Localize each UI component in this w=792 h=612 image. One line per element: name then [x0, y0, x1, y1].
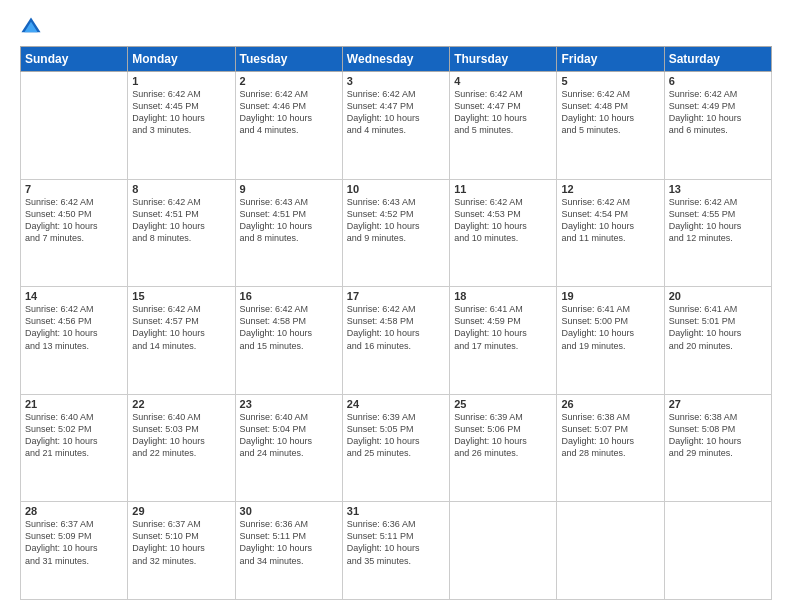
calendar-cell: [664, 502, 771, 600]
calendar-header-friday: Friday: [557, 47, 664, 72]
day-info: Sunrise: 6:42 AMSunset: 4:47 PMDaylight:…: [454, 88, 552, 137]
day-info: Sunrise: 6:42 AMSunset: 4:45 PMDaylight:…: [132, 88, 230, 137]
day-number: 23: [240, 398, 338, 410]
day-number: 2: [240, 75, 338, 87]
day-info: Sunrise: 6:37 AMSunset: 5:10 PMDaylight:…: [132, 518, 230, 567]
calendar-cell: [21, 72, 128, 180]
day-info: Sunrise: 6:42 AMSunset: 4:50 PMDaylight:…: [25, 196, 123, 245]
day-number: 9: [240, 183, 338, 195]
calendar-cell: 13Sunrise: 6:42 AMSunset: 4:55 PMDayligh…: [664, 179, 771, 287]
calendar-week-0: 1Sunrise: 6:42 AMSunset: 4:45 PMDaylight…: [21, 72, 772, 180]
calendar-cell: 1Sunrise: 6:42 AMSunset: 4:45 PMDaylight…: [128, 72, 235, 180]
day-number: 24: [347, 398, 445, 410]
calendar-cell: 7Sunrise: 6:42 AMSunset: 4:50 PMDaylight…: [21, 179, 128, 287]
day-number: 12: [561, 183, 659, 195]
calendar-cell: 21Sunrise: 6:40 AMSunset: 5:02 PMDayligh…: [21, 394, 128, 502]
day-number: 1: [132, 75, 230, 87]
day-number: 31: [347, 505, 445, 517]
day-number: 30: [240, 505, 338, 517]
day-number: 14: [25, 290, 123, 302]
day-info: Sunrise: 6:41 AMSunset: 5:00 PMDaylight:…: [561, 303, 659, 352]
day-number: 4: [454, 75, 552, 87]
day-number: 29: [132, 505, 230, 517]
calendar-week-1: 7Sunrise: 6:42 AMSunset: 4:50 PMDaylight…: [21, 179, 772, 287]
day-info: Sunrise: 6:37 AMSunset: 5:09 PMDaylight:…: [25, 518, 123, 567]
calendar-cell: 14Sunrise: 6:42 AMSunset: 4:56 PMDayligh…: [21, 287, 128, 395]
calendar-cell: 22Sunrise: 6:40 AMSunset: 5:03 PMDayligh…: [128, 394, 235, 502]
day-number: 15: [132, 290, 230, 302]
calendar-header-thursday: Thursday: [450, 47, 557, 72]
day-info: Sunrise: 6:40 AMSunset: 5:02 PMDaylight:…: [25, 411, 123, 460]
day-number: 8: [132, 183, 230, 195]
day-info: Sunrise: 6:42 AMSunset: 4:47 PMDaylight:…: [347, 88, 445, 137]
day-info: Sunrise: 6:39 AMSunset: 5:06 PMDaylight:…: [454, 411, 552, 460]
day-info: Sunrise: 6:40 AMSunset: 5:03 PMDaylight:…: [132, 411, 230, 460]
day-info: Sunrise: 6:36 AMSunset: 5:11 PMDaylight:…: [240, 518, 338, 567]
day-info: Sunrise: 6:42 AMSunset: 4:55 PMDaylight:…: [669, 196, 767, 245]
day-number: 7: [25, 183, 123, 195]
calendar-cell: 30Sunrise: 6:36 AMSunset: 5:11 PMDayligh…: [235, 502, 342, 600]
day-info: Sunrise: 6:43 AMSunset: 4:52 PMDaylight:…: [347, 196, 445, 245]
calendar-cell: 8Sunrise: 6:42 AMSunset: 4:51 PMDaylight…: [128, 179, 235, 287]
day-info: Sunrise: 6:42 AMSunset: 4:58 PMDaylight:…: [240, 303, 338, 352]
calendar-header-wednesday: Wednesday: [342, 47, 449, 72]
day-number: 27: [669, 398, 767, 410]
day-number: 16: [240, 290, 338, 302]
day-info: Sunrise: 6:42 AMSunset: 4:56 PMDaylight:…: [25, 303, 123, 352]
day-info: Sunrise: 6:42 AMSunset: 4:48 PMDaylight:…: [561, 88, 659, 137]
day-number: 13: [669, 183, 767, 195]
logo-icon: [20, 16, 42, 38]
day-number: 25: [454, 398, 552, 410]
day-number: 5: [561, 75, 659, 87]
calendar-cell: 6Sunrise: 6:42 AMSunset: 4:49 PMDaylight…: [664, 72, 771, 180]
day-info: Sunrise: 6:43 AMSunset: 4:51 PMDaylight:…: [240, 196, 338, 245]
day-number: 26: [561, 398, 659, 410]
calendar-cell: 25Sunrise: 6:39 AMSunset: 5:06 PMDayligh…: [450, 394, 557, 502]
calendar-cell: 12Sunrise: 6:42 AMSunset: 4:54 PMDayligh…: [557, 179, 664, 287]
day-number: 10: [347, 183, 445, 195]
day-info: Sunrise: 6:39 AMSunset: 5:05 PMDaylight:…: [347, 411, 445, 460]
calendar-header-saturday: Saturday: [664, 47, 771, 72]
calendar-cell: 4Sunrise: 6:42 AMSunset: 4:47 PMDaylight…: [450, 72, 557, 180]
day-number: 19: [561, 290, 659, 302]
day-info: Sunrise: 6:42 AMSunset: 4:53 PMDaylight:…: [454, 196, 552, 245]
calendar-cell: 19Sunrise: 6:41 AMSunset: 5:00 PMDayligh…: [557, 287, 664, 395]
calendar-cell: 16Sunrise: 6:42 AMSunset: 4:58 PMDayligh…: [235, 287, 342, 395]
calendar-header-monday: Monday: [128, 47, 235, 72]
calendar-week-2: 14Sunrise: 6:42 AMSunset: 4:56 PMDayligh…: [21, 287, 772, 395]
calendar-cell: 31Sunrise: 6:36 AMSunset: 5:11 PMDayligh…: [342, 502, 449, 600]
day-number: 3: [347, 75, 445, 87]
calendar-cell: 5Sunrise: 6:42 AMSunset: 4:48 PMDaylight…: [557, 72, 664, 180]
day-info: Sunrise: 6:42 AMSunset: 4:58 PMDaylight:…: [347, 303, 445, 352]
calendar-cell: [450, 502, 557, 600]
calendar-cell: 10Sunrise: 6:43 AMSunset: 4:52 PMDayligh…: [342, 179, 449, 287]
day-number: 17: [347, 290, 445, 302]
day-number: 20: [669, 290, 767, 302]
calendar-cell: 9Sunrise: 6:43 AMSunset: 4:51 PMDaylight…: [235, 179, 342, 287]
day-info: Sunrise: 6:40 AMSunset: 5:04 PMDaylight:…: [240, 411, 338, 460]
day-info: Sunrise: 6:36 AMSunset: 5:11 PMDaylight:…: [347, 518, 445, 567]
calendar-cell: 18Sunrise: 6:41 AMSunset: 4:59 PMDayligh…: [450, 287, 557, 395]
header: [20, 16, 772, 38]
calendar-cell: 29Sunrise: 6:37 AMSunset: 5:10 PMDayligh…: [128, 502, 235, 600]
day-info: Sunrise: 6:42 AMSunset: 4:49 PMDaylight:…: [669, 88, 767, 137]
calendar-cell: 28Sunrise: 6:37 AMSunset: 5:09 PMDayligh…: [21, 502, 128, 600]
logo: [20, 16, 46, 38]
calendar-cell: 27Sunrise: 6:38 AMSunset: 5:08 PMDayligh…: [664, 394, 771, 502]
calendar-header-sunday: Sunday: [21, 47, 128, 72]
calendar-header-row: SundayMondayTuesdayWednesdayThursdayFrid…: [21, 47, 772, 72]
day-number: 21: [25, 398, 123, 410]
day-number: 6: [669, 75, 767, 87]
calendar-cell: 3Sunrise: 6:42 AMSunset: 4:47 PMDaylight…: [342, 72, 449, 180]
calendar-cell: 20Sunrise: 6:41 AMSunset: 5:01 PMDayligh…: [664, 287, 771, 395]
calendar-cell: [557, 502, 664, 600]
calendar-cell: 26Sunrise: 6:38 AMSunset: 5:07 PMDayligh…: [557, 394, 664, 502]
calendar-cell: 15Sunrise: 6:42 AMSunset: 4:57 PMDayligh…: [128, 287, 235, 395]
day-info: Sunrise: 6:42 AMSunset: 4:54 PMDaylight:…: [561, 196, 659, 245]
day-number: 11: [454, 183, 552, 195]
calendar-week-3: 21Sunrise: 6:40 AMSunset: 5:02 PMDayligh…: [21, 394, 772, 502]
calendar-cell: 11Sunrise: 6:42 AMSunset: 4:53 PMDayligh…: [450, 179, 557, 287]
calendar-week-4: 28Sunrise: 6:37 AMSunset: 5:09 PMDayligh…: [21, 502, 772, 600]
day-info: Sunrise: 6:38 AMSunset: 5:08 PMDaylight:…: [669, 411, 767, 460]
day-info: Sunrise: 6:41 AMSunset: 4:59 PMDaylight:…: [454, 303, 552, 352]
